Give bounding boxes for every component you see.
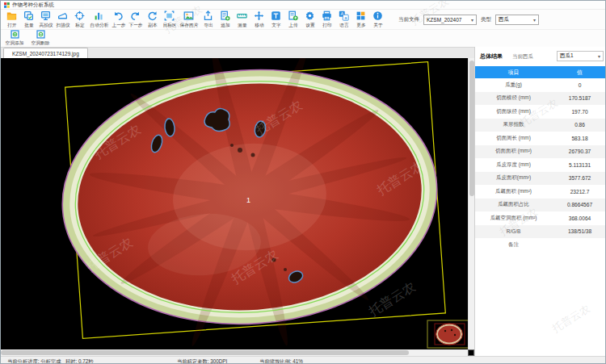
chevron-down-icon: ▾ — [598, 53, 600, 59]
result-row: 瓜重(g)0 — [475, 78, 606, 92]
chevron-down-icon: ▾ — [533, 17, 536, 23]
status-bar: 当前分析进度: 分析完成 耗时: 0.72秒 当前标定参数: 300DPI 当前… — [1, 356, 606, 364]
toolbar-button-settings[interactable]: 设置 — [301, 10, 318, 29]
status-zoom: 当前缩放比例: 41% — [259, 358, 303, 364]
toolbar-button-duplicate[interactable]: 副本 — [144, 10, 161, 29]
result-row: 切面面积 (mm²)26790.37 — [475, 145, 606, 159]
save-image-icon — [183, 10, 194, 21]
window-title: 作物考种分析系统 — [12, 2, 54, 9]
app-icon — [4, 2, 10, 8]
title-bar: 作物考种分析系统 — [1, 1, 606, 10]
toolbar-right-group: 当前文件 KZSM_202407 ▾ 类型 西瓜 ▾ — [398, 10, 539, 29]
export-icon — [203, 10, 213, 21]
text-icon — [271, 10, 281, 21]
main-toolbar-buttons: 打开批量高拍仪扫描仪标定自动分析上一步下一步副本目标区保存图片导出追加测量移动文… — [3, 10, 386, 29]
toolbar-button-target-area[interactable]: 目标区 — [161, 10, 178, 29]
watermelon-analysis-view: 1 托普云农 托普云农 托普云农 托普云农 托普云农 托普云农 — [1, 58, 468, 349]
batch-icon — [23, 10, 34, 21]
results-panel-header: 总体结果 当前西瓜 西瓜1 ▾ — [475, 50, 606, 63]
result-row: 瓜瓤空洞面积 (mm²)368.0064 — [475, 211, 606, 225]
current-melon-select[interactable]: 西瓜1 ▾ — [557, 51, 604, 61]
cavity-delete-icon — [36, 30, 45, 39]
about-icon — [372, 10, 383, 21]
upload-icon — [288, 10, 298, 21]
result-row: 果形指数0.86 — [475, 119, 606, 132]
scanner-icon — [57, 10, 68, 21]
toolbar-button-more[interactable]: 更多 — [352, 10, 369, 29]
scrollbar-corner — [468, 349, 474, 356]
move-icon — [254, 10, 264, 21]
result-row: 瓜皮厚度 (mm)5.113131 — [475, 158, 606, 172]
auto-analysis-icon — [94, 10, 104, 21]
toolbar-button-text[interactable]: 文字 — [267, 10, 284, 29]
melon-number-label: 1 — [246, 196, 250, 204]
toolbar-button-open[interactable]: 打开 — [3, 10, 20, 29]
horizontal-scrollbar[interactable] — [1, 349, 468, 356]
toolbar-button-batch[interactable]: 批量 — [20, 10, 37, 29]
current-file-label: 当前文件 — [398, 16, 419, 23]
toolbar-button-cavity-add[interactable]: 空洞添加 — [4, 30, 25, 47]
results-table-header: 项目 值 — [475, 66, 606, 78]
results-panel: 总体结果 当前西瓜 西瓜1 ▾ 项目 值 瓜重(g)0切面横径 (mm)170.… — [474, 47, 606, 356]
calibration-icon — [74, 10, 85, 21]
settings-icon — [305, 10, 315, 21]
more-icon — [356, 10, 366, 21]
result-row: 切面周长 (mm)583.18 — [475, 132, 606, 145]
app-window: 作物考种分析系统 打开批量高拍仪扫描仪标定自动分析上一步下一步副本目标区保存图片… — [0, 0, 606, 364]
result-row: 瓜瓤面积占比0.8664567 — [475, 199, 606, 212]
toolbar-button-append[interactable]: 追加 — [217, 10, 234, 29]
redo-icon — [130, 10, 141, 21]
toolbar-button-doc-camera[interactable]: 高拍仪 — [37, 10, 54, 29]
doc-camera-icon — [40, 10, 51, 21]
toolbar-button-about[interactable]: 关于 — [369, 10, 386, 29]
result-row: 切面纵径 (mm)197.70 — [475, 105, 606, 119]
result-row: 切面横径 (mm)170.5187 — [475, 92, 606, 106]
main-toolbar: 打开批量高拍仪扫描仪标定自动分析上一步下一步副本目标区保存图片导出追加测量移动文… — [1, 10, 606, 29]
toolbar-button-upload[interactable]: 上传 — [284, 10, 301, 29]
toolbar-button-auto-analysis[interactable]: 自动分析 — [88, 10, 110, 29]
status-time: 耗时: 0.72秒 — [65, 358, 94, 364]
minimap[interactable] — [427, 320, 468, 348]
measure-icon — [237, 10, 247, 21]
toolbar-button-calibration[interactable]: 标定 — [71, 10, 88, 29]
vertical-scrollbar[interactable] — [468, 58, 474, 349]
append-icon — [220, 10, 230, 21]
type-select[interactable]: 西瓜 ▾ — [495, 15, 539, 25]
results-table: 瓜重(g)0切面横径 (mm)170.5187切面纵径 (mm)197.70果形… — [475, 78, 606, 252]
toolbar-button-export[interactable]: 导出 — [200, 10, 217, 29]
toolbar-button-prev-step[interactable]: 上一步 — [110, 10, 127, 29]
result-row: 瓜皮面积(mm²)3577.672 — [475, 172, 606, 186]
status-progress: 当前分析进度: 分析完成 — [7, 358, 61, 364]
tab-image-file[interactable]: KZSM_20240723174129.jpg — [3, 48, 88, 59]
toolbar-button-next-step[interactable]: 下一步 — [127, 10, 144, 29]
current-file-select[interactable]: KZSM_202407 ▾ — [423, 15, 477, 25]
cavity-add-icon — [11, 30, 19, 39]
panel-title: 总体结果 — [480, 52, 503, 61]
chevron-down-icon: ▾ — [471, 17, 473, 23]
current-melon-label: 当前西瓜 — [512, 53, 533, 61]
secondary-toolbar: 空洞添加空洞删除 — [1, 29, 606, 47]
language-icon: Aa — [339, 10, 349, 21]
result-row: 备注 — [475, 238, 606, 252]
type-label: 类型 — [481, 16, 491, 23]
toolbar-button-save-image[interactable]: 保存图片 — [178, 10, 200, 29]
folder-open-icon — [6, 10, 17, 21]
toolbar-button-scanner[interactable]: 扫描仪 — [54, 10, 71, 29]
status-calibration: 当前标定参数: 300DPI — [177, 358, 227, 364]
toolbar-button-move[interactable]: 移动 — [250, 10, 267, 29]
toolbar-button-measure[interactable]: 测量 — [234, 10, 250, 29]
toolbar-button-cavity-delete[interactable]: 空洞删除 — [30, 30, 51, 47]
horizontal-scrollbar-thumb[interactable] — [1, 350, 409, 355]
refresh-icon — [147, 10, 158, 21]
toolbar-button-language[interactable]: Aa语言 — [335, 10, 352, 29]
toolbar-button-print[interactable]: 打印 — [318, 10, 335, 29]
undo-icon — [113, 10, 124, 21]
result-row: 瓜瓤面积 (mm²)23212.7 — [475, 185, 606, 199]
result-row: R/G/B138/51/38 — [475, 225, 606, 239]
target-area-icon — [164, 10, 175, 21]
image-canvas[interactable]: 1 托普云农 托普云农 托普云农 托普云农 托普云农 托普云农 — [1, 58, 468, 349]
print-icon — [322, 10, 332, 21]
